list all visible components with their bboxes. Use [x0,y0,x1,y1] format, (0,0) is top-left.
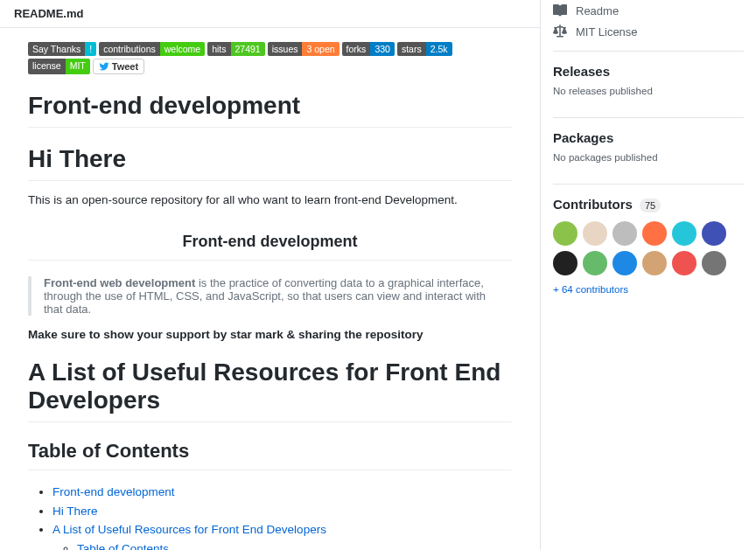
quote-strong: Front-end web development [44,276,195,289]
toc-item: Front-end development [52,483,512,502]
more-contributors-link[interactable]: + 64 contributors [553,284,744,295]
releases-section: Releases No releases published [553,51,744,108]
toc-link[interactable]: Hi There [52,505,98,518]
contributor-avatar[interactable] [642,251,667,275]
heading-hi-there: Hi There [28,145,512,181]
badge-forks[interactable]: forks330 [342,42,395,56]
readme-link[interactable]: Readme [553,0,744,21]
toc-sublink[interactable]: Table of Contents [77,542,169,550]
tweet-button[interactable]: Tweet [93,59,144,74]
releases-text: No releases published [553,86,744,96]
readme-link-label: Readme [576,4,619,17]
license-link-label: MIT License [576,25,638,38]
badge-Say-Thanks[interactable]: Say Thanks! [28,42,96,56]
toc-item: A List of Useful Resources for Front End… [52,520,512,550]
heading-resources: A List of Useful Resources for Front End… [28,359,512,422]
intro-paragraph: This is an open-source repository for al… [28,193,512,206]
readme-filename: README.md [0,0,540,28]
badge-issues[interactable]: issues3 open [268,42,340,56]
contributor-avatar[interactable] [672,251,696,275]
contributor-avatar[interactable] [702,251,726,275]
heading-frontend-dev: Front-end development [28,92,512,128]
contributor-avatar[interactable] [612,251,637,275]
contributor-avatar[interactable] [642,221,667,246]
packages-section: Packages No packages published [553,117,744,175]
contributor-avatar[interactable] [553,251,578,275]
badge-license[interactable]: licenseMIT [28,59,90,74]
packages-text: No packages published [553,152,744,163]
twitter-icon [99,61,109,72]
heading-toc: Table of Contents [28,440,512,470]
contributors-section: Contributors 75 + 64 contributors [553,184,744,307]
packages-heading[interactable]: Packages [553,130,744,145]
contributors-heading[interactable]: Contributors 75 [553,197,744,212]
contributors-title: Contributors [553,197,633,212]
toc-subitem: Table of Contents [77,540,512,550]
law-icon [553,24,567,38]
contributor-avatar[interactable] [612,221,637,246]
toc-item: Hi There [52,502,512,521]
contributor-avatar[interactable] [583,251,607,275]
releases-heading[interactable]: Releases [553,64,744,79]
toc-link[interactable]: A List of Useful Resources for Front End… [52,523,326,536]
badge-row: Say Thanks!contributionswelcomehits27491… [28,42,512,74]
contributor-avatar[interactable] [702,221,726,246]
definition-quote: Front-end web development is the practic… [28,276,512,316]
badge-contributions[interactable]: contributionswelcome [99,42,205,56]
toc-list: Front-end developmentHi ThereA List of U… [28,483,512,550]
contributor-avatar[interactable] [672,221,696,246]
contributor-avatar[interactable] [583,221,607,246]
book-icon [553,3,567,17]
toc-link[interactable]: Front-end development [52,485,175,498]
centered-heading: Front-end development [28,233,512,261]
contributor-avatars [553,221,744,275]
contributors-count: 75 [640,198,661,212]
badge-stars[interactable]: stars2.5k [397,42,452,56]
contributor-avatar[interactable] [553,221,578,246]
license-link[interactable]: MIT License [553,21,744,42]
support-text: Make sure to show your support by star m… [28,328,512,341]
badge-hits[interactable]: hits27491 [207,42,265,56]
